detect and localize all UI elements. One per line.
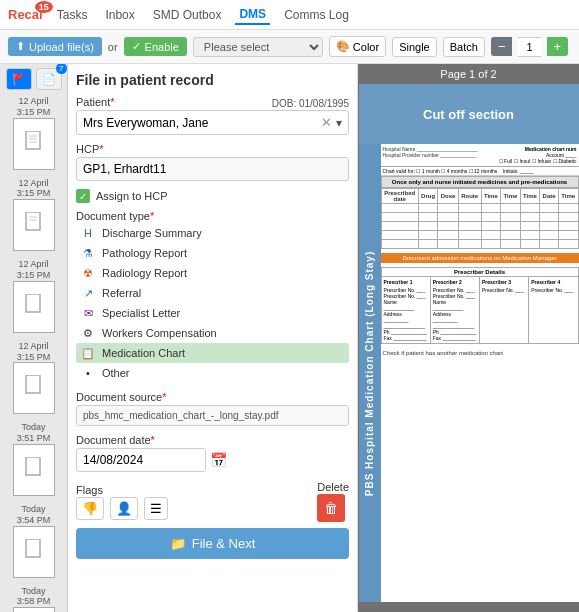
upload-label: Upload file(s): [29, 41, 94, 53]
delete-section: Delete 🗑: [317, 480, 349, 522]
doc-type-specialist[interactable]: ✉ Specialist Letter: [76, 303, 349, 323]
source-row: Document source*: [76, 391, 349, 426]
discharge-icon: H: [80, 225, 96, 241]
date-label: Document date*: [76, 434, 349, 446]
doc-type-pathology[interactable]: ⚗ Pathology Report: [76, 243, 349, 263]
nav-dms[interactable]: DMS: [235, 5, 270, 25]
workers-label: Workers Compensation: [102, 327, 217, 339]
color-button[interactable]: 🎨 Color: [329, 36, 386, 57]
doc-type-row: Document type* H Discharge Summary ⚗ Pat…: [76, 209, 349, 383]
patient-input[interactable]: Mrs Everywoman, Jane ✕ ▾: [76, 110, 349, 135]
upload-button[interactable]: ⬆ Upload file(s): [8, 37, 102, 56]
thumb-5[interactable]: Today3:51 PM: [13, 422, 55, 496]
toolbar-or: or: [108, 41, 118, 53]
patient-select[interactable]: Please select: [193, 37, 323, 57]
thumb-date-4: 12 April3:15 PM: [17, 341, 51, 363]
svg-rect-0: [26, 131, 40, 149]
delete-button[interactable]: 🗑: [317, 494, 345, 522]
top-nav: Recal 15 Tasks Inbox SMD Outbox DMS Comm…: [0, 0, 579, 30]
thumb-4[interactable]: 12 April3:15 PM: [13, 341, 55, 415]
thumb-date-5: Today3:51 PM: [17, 422, 51, 444]
page-indicator: Page 1 of 2: [358, 64, 579, 84]
cut-off-bar: PBS Hospital Medication Chart (Long Stay…: [359, 144, 381, 602]
assign-hcp-checkbox[interactable]: [76, 189, 90, 203]
increment-button[interactable]: +: [547, 37, 569, 56]
chart-valid-for: Chart valid for: ☐ 1 month ☐ 4 months ☐ …: [381, 167, 579, 176]
count-display: 1: [518, 37, 540, 57]
doc-type-medication[interactable]: 📋 Medication Chart: [76, 343, 349, 363]
thumb-1[interactable]: 12 April3:15 PM: [13, 96, 55, 170]
nav-smd-outbox[interactable]: SMD Outbox: [149, 6, 226, 24]
patient-dropdown-icon[interactable]: ▾: [336, 116, 342, 130]
pathology-icon: ⚗: [80, 245, 96, 261]
medication-icon: 📋: [80, 345, 96, 361]
thumb-2[interactable]: 12 April3:15 PM: [13, 178, 55, 252]
thumb-6[interactable]: Today3:54 PM: [13, 504, 55, 578]
doc-type-other[interactable]: • Other: [76, 363, 349, 383]
thumb-img-7: [13, 607, 55, 612]
flags-icons: 👎 👤 ☰: [76, 497, 168, 520]
thumb-date-3: 12 April3:15 PM: [17, 259, 51, 281]
preview-doc: Cut off section PBS Hospital Medication …: [359, 84, 579, 602]
flag-list-button[interactable]: ☰: [144, 497, 168, 520]
sidebar: 🚩 📄 7 12 April3:15 PM 12 April3:15 PM 12…: [0, 64, 68, 612]
hcp-label: HCP*: [76, 143, 349, 155]
doc-content: Hospital Name ______________________ Hos…: [381, 144, 579, 358]
doc-header: Hospital Name ______________________ Hos…: [381, 144, 579, 167]
thumb-img-1: [13, 118, 55, 170]
thumb-3[interactable]: 12 April3:15 PM: [13, 259, 55, 333]
patient-clear-button[interactable]: ✕: [321, 115, 332, 130]
nav-inbox[interactable]: Inbox: [101, 6, 138, 24]
decrement-button[interactable]: −: [491, 37, 513, 56]
source-label: Document source*: [76, 391, 349, 403]
doc-type-referral[interactable]: ↗ Referral: [76, 283, 349, 303]
batch-button[interactable]: Batch: [443, 37, 485, 57]
thumb-img-2: [13, 199, 55, 251]
referral-label: Referral: [102, 287, 141, 299]
flag-person-button[interactable]: 👤: [110, 497, 138, 520]
thumb-img-3: [13, 281, 55, 333]
prescriber-cols: Prescriber 1 Prescriber No. ___ Prescrib…: [382, 277, 578, 343]
file-next-button[interactable]: 📁 File & Next: [76, 528, 349, 559]
prescriber-col-2: Prescriber 2 Prescriber No. ___ Prescrib…: [431, 277, 480, 343]
doc-type-discharge[interactable]: H Discharge Summary: [76, 223, 349, 243]
enable-button[interactable]: ✓ Enable: [124, 37, 187, 56]
hcp-row: HCP*: [76, 143, 349, 181]
date-input[interactable]: [76, 448, 206, 472]
doc-type-workers[interactable]: ⚙ Workers Compensation: [76, 323, 349, 343]
prescriber-col-4: Prescriber 4 Prescriber No. ___: [529, 277, 577, 343]
source-input[interactable]: [76, 405, 349, 426]
flag-view-button[interactable]: 🚩: [6, 68, 32, 90]
cut-off-text: Cut off section: [423, 107, 514, 122]
doc-type-radiology[interactable]: ☢ Radiology Report: [76, 263, 349, 283]
patient-label: Patient*: [76, 96, 115, 108]
nav-tasks[interactable]: Tasks: [53, 6, 92, 24]
sidebar-top-icons: 🚩 📄 7: [6, 68, 62, 90]
thumb-date-1: 12 April3:15 PM: [17, 96, 51, 118]
other-icon: •: [80, 365, 96, 381]
assign-hcp-row: Assign to HCP: [76, 189, 349, 203]
flag-thumbsdown-button[interactable]: 👎: [76, 497, 104, 520]
doc-mini-table: PrescribeddateDrugDoseRouteTimeTimeTimeD…: [381, 188, 579, 249]
delete-label: Delete: [317, 481, 349, 493]
color-icon: 🎨: [336, 40, 350, 53]
svg-rect-9: [26, 457, 40, 475]
cut-off-top: Cut off section: [359, 84, 579, 144]
nav-comms-log[interactable]: Comms Log: [280, 6, 353, 24]
brand-logo: Recal 15: [8, 7, 43, 22]
orange-bar: Document admission medications on Medica…: [381, 253, 579, 263]
date-input-row: 📅: [76, 448, 349, 472]
doc-view-button[interactable]: 📄 7: [36, 68, 62, 90]
specialist-label: Specialist Letter: [102, 307, 180, 319]
doc-type-label: Document type*: [76, 210, 154, 222]
form-title: File in patient record: [76, 72, 349, 88]
specialist-icon: ✉: [80, 305, 96, 321]
thumb-7[interactable]: Today3:58 PM: [13, 586, 55, 612]
calendar-icon[interactable]: 📅: [210, 452, 227, 468]
workers-icon: ⚙: [80, 325, 96, 341]
svg-rect-8: [26, 375, 40, 393]
prescriber-section: Prescriber Details Prescriber 1 Prescrib…: [381, 267, 579, 344]
check-text: Check if patient has another medication …: [381, 348, 579, 358]
hcp-input[interactable]: [76, 157, 349, 181]
single-button[interactable]: Single: [392, 37, 437, 57]
